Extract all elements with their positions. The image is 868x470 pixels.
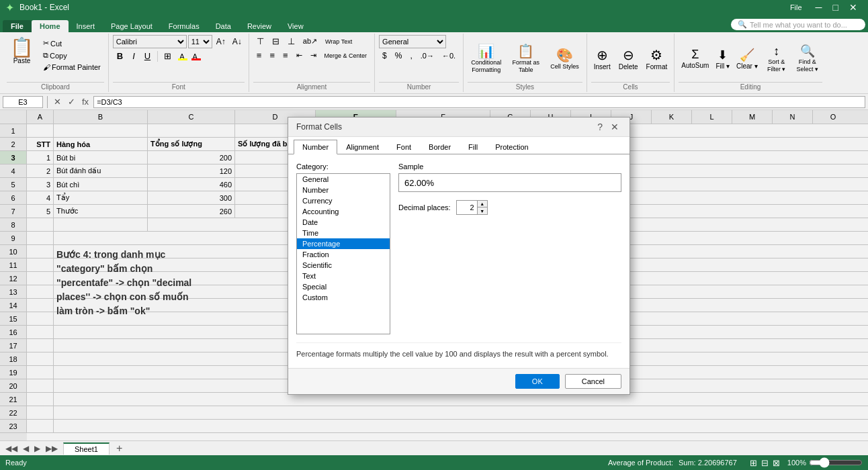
dialog-tab-font[interactable]: Font [388,140,420,154]
sheet-nav-prev[interactable]: ◀◀ [3,444,20,453]
category-item-date[interactable]: Date [297,217,390,228]
category-item-accounting[interactable]: Accounting [297,206,390,217]
dialog-close-btn[interactable]: ✕ [608,122,621,132]
underline-btn[interactable]: U [140,50,155,62]
page-break-btn[interactable]: ⊠ [771,458,782,468]
category-item-general[interactable]: General [297,174,390,185]
category-item-number[interactable]: Number [297,185,390,195]
category-item-percentage[interactable]: Percentage [297,238,390,249]
decimal-increase-btn[interactable]: ▲ [478,201,487,207]
add-sheet-btn[interactable]: + [112,442,126,455]
tab-review[interactable]: Review [239,20,279,32]
format-painter-button[interactable]: 🖌 Format Painter [40,62,104,73]
confirm-formula-btn[interactable]: ✓ [66,97,77,107]
cells-group: ⊕ Insert ⊖ Delete ⚙ Format Cells [587,34,675,92]
format-table-btn[interactable]: 📋 Format as Table [507,41,544,76]
align-top-btn[interactable]: ⊤ [253,35,267,48]
fill-btn[interactable]: ⬇ Fill ▾ [713,46,732,71]
category-listbox[interactable]: General Number Currency Accounting Date … [296,173,390,334]
increase-indent-btn[interactable]: ⇥ [307,50,320,61]
tab-data[interactable]: Data [208,20,239,32]
font-size-select[interactable]: 11 [188,35,212,48]
sheet-nav-last[interactable]: ▶▶ [43,444,60,453]
category-item-time[interactable]: Time [297,228,390,238]
zoom-slider[interactable] [809,457,863,468]
dialog-tab-border[interactable]: Border [420,140,460,154]
delete-cells-btn[interactable]: ⊖ Delete [616,46,641,72]
dialog-help-btn[interactable]: ? [595,122,605,132]
italic-btn[interactable]: I [128,50,139,62]
minimize-btn[interactable]: ─ [810,2,828,13]
comma-btn[interactable]: , [406,50,415,62]
insert-cells-btn[interactable]: ⊕ Insert [591,46,613,72]
copy-button[interactable]: ⧉ Copy [40,50,104,61]
insert-function-btn[interactable]: fx [80,97,91,107]
maximize-btn[interactable]: □ [828,2,844,13]
decrease-decimal-btn[interactable]: ←0. [439,50,459,62]
align-right-btn[interactable]: ≡ [279,49,292,62]
autosum-btn[interactable]: Σ AutoSum [679,46,711,70]
dialog-tab-protection[interactable]: Protection [486,140,537,154]
ok-button[interactable]: OK [515,374,560,389]
normal-view-btn[interactable]: ⊞ [748,458,759,468]
category-item-scientific[interactable]: Scientific [297,260,390,271]
conditional-formatting-btn[interactable]: 📊 Conditional Formatting [468,41,505,76]
find-select-btn[interactable]: 🔍 Find & Select ▾ [793,42,822,75]
bold-btn[interactable]: B [113,50,127,62]
dialog-tab-fill[interactable]: Fill [460,140,486,154]
align-middle-btn[interactable]: ⊟ [269,35,283,48]
category-item-currency[interactable]: Currency [297,195,390,206]
tab-page-layout[interactable]: Page Layout [103,20,161,32]
sheet-nav-right[interactable]: ▶ [32,444,43,453]
cancel-formula-btn[interactable]: ✕ [52,97,63,107]
paste-button[interactable]: 📋 Paste [7,36,37,66]
category-item-custom[interactable]: Custom [297,292,390,303]
tab-formulas[interactable]: Formulas [161,20,208,32]
text-angle-btn[interactable]: ab↗ [300,36,320,47]
percent-btn[interactable]: % [392,50,406,62]
tab-view[interactable]: View [279,20,312,32]
wrap-text-btn[interactable]: Wrap Text [322,37,355,46]
align-left-btn[interactable]: ≡ [253,49,265,62]
tab-insert[interactable]: Insert [69,20,103,32]
decrease-font-btn[interactable]: A↓ [230,36,245,47]
increase-decimal-btn[interactable]: .0→ [417,50,437,62]
increase-font-btn[interactable]: A↑ [214,36,228,47]
currency-btn[interactable]: $ [379,50,390,62]
sheet-tab-sheet1[interactable]: Sheet1 [63,442,110,455]
divider [157,51,158,62]
cell-reference-input[interactable] [3,96,43,108]
dialog-tab-alignment[interactable]: Alignment [337,140,388,154]
category-item-special[interactable]: Special [297,281,390,292]
cut-button[interactable]: ✂ Cut [40,38,104,49]
sheet-nav-left[interactable]: ◀ [20,444,32,453]
merge-center-btn[interactable]: Merge & Center [321,51,371,60]
close-btn[interactable]: ✕ [844,2,863,13]
formula-input[interactable] [93,96,865,108]
clear-btn[interactable]: 🧹 Clear ▾ [734,46,761,71]
decimal-places-input[interactable] [457,201,477,214]
page-layout-btn[interactable]: ⊟ [759,458,771,468]
format-cells-btn[interactable]: ⚙ Format [644,46,670,72]
cancel-button[interactable]: Cancel [565,374,621,389]
font-name-select[interactable]: Calibri [113,35,187,48]
tab-file[interactable]: File [3,20,32,32]
decimal-decrease-btn[interactable]: ▼ [478,207,487,214]
fill-color-btn[interactable]: A [176,51,187,62]
align-bottom-btn[interactable]: ⊥ [284,35,298,48]
number-format-select[interactable]: General [379,35,446,48]
tab-home[interactable]: Home [32,20,69,32]
align-center-btn[interactable]: ≡ [266,49,278,62]
cell-styles-btn[interactable]: 🎨 Cell Styles [547,45,582,73]
decimal-places-label: Decimal places: [398,203,451,211]
search-box[interactable]: 🔍 Tell me what you want to do... [731,19,865,30]
sort-filter-btn[interactable]: ↕ Sort & Filter ▾ [762,43,791,75]
sign-in[interactable]: File [790,3,802,11]
category-item-text[interactable]: Text [297,271,390,281]
decrease-indent-btn[interactable]: ⇤ [293,50,306,61]
font-color-btn[interactable]: A [189,51,201,62]
cell-styles-icon: 🎨 [556,47,573,63]
dialog-tab-number[interactable]: Number [294,140,337,154]
category-item-fraction[interactable]: Fraction [297,249,390,260]
borders-btn[interactable]: ⊞ [161,50,175,62]
